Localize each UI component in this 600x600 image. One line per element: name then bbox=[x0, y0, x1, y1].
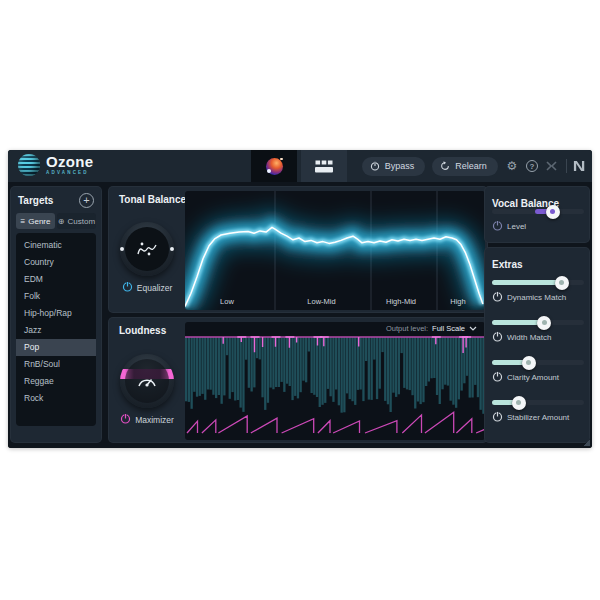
eq-curve-icon bbox=[134, 238, 160, 260]
header-divider bbox=[566, 159, 567, 173]
slider-power-icon[interactable] bbox=[492, 291, 503, 304]
nks-icon[interactable] bbox=[545, 159, 559, 173]
slider-track[interactable] bbox=[492, 280, 584, 285]
chain-view-icon bbox=[314, 159, 334, 173]
slider-row: Level bbox=[492, 209, 584, 233]
extras-title: Extras bbox=[492, 259, 523, 270]
tab-genre[interactable]: ≡Genre bbox=[16, 213, 55, 229]
output-level-value: Full Scale bbox=[432, 324, 465, 333]
maximizer-knob[interactable] bbox=[120, 354, 174, 408]
slider-label: Width Match bbox=[507, 333, 551, 342]
slider-power-icon[interactable] bbox=[492, 411, 503, 424]
header-right-controls: Bypass Relearn ⚙ ? bbox=[362, 150, 584, 182]
output-level-label: Output level: bbox=[386, 324, 428, 333]
genre-item[interactable]: Jazz bbox=[16, 322, 96, 339]
genre-item[interactable]: Rock bbox=[16, 390, 96, 407]
ozone-sphere-icon bbox=[18, 154, 40, 176]
slider-power-icon[interactable] bbox=[492, 220, 503, 233]
equalizer-module-row[interactable]: Equalizer bbox=[118, 281, 176, 294]
detail-view-button[interactable] bbox=[301, 150, 347, 182]
chevron-down-icon bbox=[469, 326, 477, 331]
vocal-balance-panel: Vocal Balance Level bbox=[484, 186, 590, 243]
power-icon bbox=[120, 413, 131, 424]
power-icon bbox=[492, 331, 503, 342]
tab-custom[interactable]: ⊕Custom bbox=[57, 213, 96, 229]
power-icon bbox=[492, 220, 503, 231]
gauge-icon bbox=[134, 370, 160, 392]
slider-row: Width Match bbox=[492, 320, 584, 344]
slider-thumb[interactable] bbox=[522, 356, 536, 370]
output-level-dropdown[interactable]: Output level: Full Scale bbox=[386, 324, 477, 333]
slider-row: Dynamics Match bbox=[492, 280, 584, 304]
slider-thumb[interactable] bbox=[546, 205, 560, 219]
power-icon bbox=[370, 161, 380, 171]
power-icon bbox=[492, 371, 503, 382]
help-icon[interactable]: ? bbox=[526, 160, 538, 172]
slider-label: Stabilizer Amount bbox=[507, 413, 569, 422]
slider-row: Stabilizer Amount bbox=[492, 400, 584, 424]
genre-item[interactable]: EDM bbox=[16, 271, 96, 288]
slider-thumb[interactable] bbox=[537, 316, 551, 330]
loudness-waveform-graph bbox=[185, 322, 485, 440]
slider-track[interactable] bbox=[492, 360, 584, 365]
targets-tabs: ≡Genre⊕Custom bbox=[16, 213, 96, 229]
equalizer-knob-group: Equalizer bbox=[118, 222, 176, 294]
knob-min-dot bbox=[120, 247, 124, 251]
genre-item[interactable]: Country bbox=[16, 254, 96, 271]
slider-thumb[interactable] bbox=[512, 396, 526, 410]
equalizer-label: Equalizer bbox=[137, 283, 172, 293]
maximizer-power-icon[interactable] bbox=[120, 413, 131, 426]
ozone-logo: Ozone ADVANCED bbox=[18, 154, 93, 176]
genre-item[interactable]: Hip-hop/Rap bbox=[16, 305, 96, 322]
header-view-buttons bbox=[251, 150, 347, 182]
slider-power-icon[interactable] bbox=[492, 371, 503, 384]
add-icon: ⊕ bbox=[58, 217, 65, 226]
bypass-button[interactable]: Bypass bbox=[362, 157, 426, 176]
assistant-sphere-icon bbox=[266, 158, 283, 175]
targets-title: Targets bbox=[18, 195, 53, 206]
genre-item[interactable]: Reggae bbox=[16, 373, 96, 390]
band-label: High-Mid bbox=[386, 297, 416, 306]
slider-fill bbox=[492, 280, 562, 285]
settings-gear-icon[interactable]: ⚙ bbox=[505, 159, 519, 173]
list-icon: ≡ bbox=[21, 217, 26, 226]
maximizer-module-row[interactable]: Maximizer bbox=[118, 413, 176, 426]
relearn-icon bbox=[440, 161, 450, 171]
tonal-balance-display: LowLow-MidHigh-MidHigh bbox=[185, 191, 485, 310]
genre-item[interactable]: Cinematic bbox=[16, 237, 96, 254]
slider-label: Clarity Amount bbox=[507, 373, 559, 382]
band-label: Low bbox=[220, 297, 234, 306]
genre-list: CinematicCountryEDMFolkHip-hop/RapJazzPo… bbox=[16, 233, 96, 426]
loudness-display: Output level: Full Scale bbox=[185, 322, 485, 440]
tonal-spectrum-graph bbox=[185, 191, 485, 310]
add-target-button[interactable]: + bbox=[79, 193, 94, 208]
tonal-balance-title: Tonal Balance bbox=[119, 194, 186, 205]
window-resize-handle[interactable] bbox=[583, 439, 590, 446]
slider-thumb[interactable] bbox=[555, 276, 569, 290]
slider-track[interactable] bbox=[492, 209, 584, 214]
screenshot-canvas: Ozone ADVANCED bbox=[0, 0, 600, 600]
slider-row: Clarity Amount bbox=[492, 360, 584, 384]
equalizer-knob[interactable] bbox=[120, 222, 174, 276]
targets-panel: Targets + ≡Genre⊕Custom CinematicCountry… bbox=[10, 186, 102, 443]
slider-label: Level bbox=[507, 222, 526, 231]
genre-item[interactable]: Folk bbox=[16, 288, 96, 305]
assistant-view-button[interactable] bbox=[251, 150, 297, 182]
equalizer-power-icon[interactable] bbox=[122, 281, 133, 294]
genre-item[interactable]: Pop bbox=[16, 339, 96, 356]
ozone-plugin-window: Ozone ADVANCED bbox=[8, 150, 592, 448]
band-label: Low-Mid bbox=[307, 297, 335, 306]
maximizer-knob-group: Maximizer bbox=[118, 354, 176, 426]
genre-item[interactable]: RnB/Soul bbox=[16, 356, 96, 373]
power-icon bbox=[492, 411, 503, 422]
loudness-title: Loudness bbox=[119, 325, 166, 336]
maximizer-label: Maximizer bbox=[135, 415, 174, 425]
slider-track[interactable] bbox=[492, 400, 584, 405]
slider-power-icon[interactable] bbox=[492, 331, 503, 344]
knob-face bbox=[125, 227, 169, 271]
relearn-button[interactable]: Relearn bbox=[432, 157, 498, 176]
knob-max-dot bbox=[170, 247, 174, 251]
slider-track[interactable] bbox=[492, 320, 584, 325]
band-label: High bbox=[450, 297, 465, 306]
slider-label: Dynamics Match bbox=[507, 293, 566, 302]
